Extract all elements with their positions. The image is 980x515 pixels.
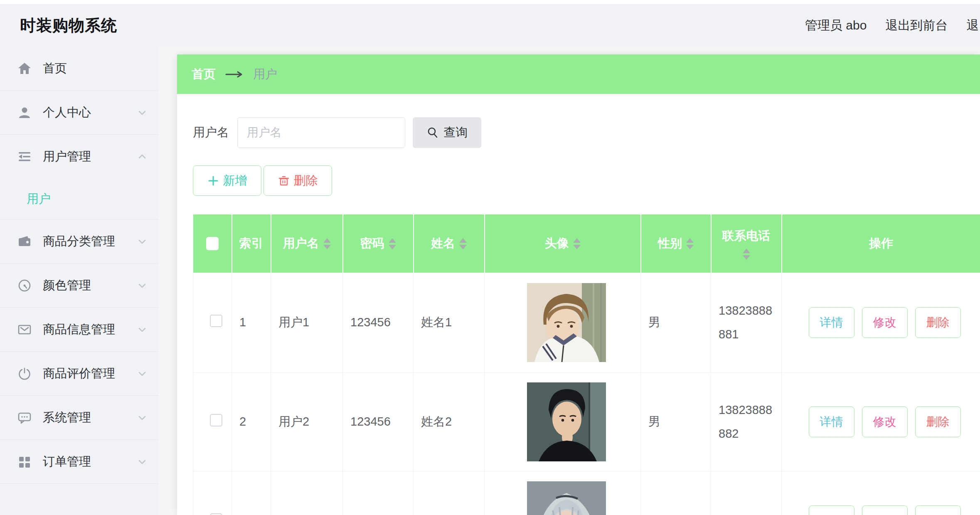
toolbar: 新增 删除 [193,165,980,196]
sort-icon[interactable] [459,238,467,249]
add-button-label: 新增 [223,172,247,189]
sidebar-item-system-management[interactable]: 系统管理 [0,396,158,440]
column-header-name[interactable]: 姓名 [414,214,485,273]
trash-icon [278,175,290,187]
column-header-gender[interactable]: 性别 [641,214,711,273]
table-row: 1 用户1 123456 姓名1 [193,273,980,372]
topbar: 时装购物系统 管理员 abo 退出到前台 退 [0,4,980,47]
sidebar: 首页 个人中心 用户管理 用户 商品分类管理 颜色管理 商品信息管理 商品评价管… [0,47,158,515]
query-button[interactable]: 查询 [413,117,481,148]
sidebar-item-home[interactable]: 首页 [0,47,158,91]
sort-icon[interactable] [389,238,396,249]
wallet-icon [17,234,32,249]
sidebar-item-review-management[interactable]: 商品评价管理 [0,352,158,396]
row-delete-button[interactable]: 删除 [915,407,961,437]
header-checkbox-cell [193,214,232,273]
row-checkbox[interactable] [210,513,222,515]
cell-password: 123456 [343,273,414,372]
breadcrumb-current: 用户 [253,66,277,83]
column-header-phone[interactable]: 联系电话 [711,214,782,273]
avatar-photo [527,283,606,362]
chevron-down-icon [137,107,148,118]
username-filter-label: 用户名 [193,124,229,141]
app-title: 时装购物系统 [20,4,117,47]
expand-icon [17,150,32,164]
avatar-photo [527,382,606,461]
sort-icon[interactable] [573,238,581,249]
breadcrumb-home[interactable]: 首页 [192,66,216,83]
edit-button[interactable] [862,505,908,515]
table-row: 13823888 [193,471,980,515]
table-header-row: 索引 用户名 密码 姓名 头像 性别 联系电话 操作 [193,214,980,273]
column-header-index: 索引 [232,214,271,273]
sidebar-item-label: 颜色管理 [43,277,91,294]
top-white-strip [0,0,980,4]
page-content: 用户名 查询 新增 删除 [177,117,980,515]
sort-icon[interactable] [686,238,694,249]
cell-username: 用户1 [271,273,343,372]
exit-to-front-link[interactable]: 退出到前台 [885,17,948,34]
chevron-down-icon [137,456,148,467]
sidebar-item-user-management[interactable]: 用户管理 [0,135,158,179]
row-delete-button[interactable] [915,505,961,515]
avatar-photo [527,481,606,515]
sidebar-item-category-management[interactable]: 商品分类管理 [0,219,158,264]
user-icon [17,106,32,120]
cell-index: 2 [232,372,271,471]
sidebar-subitem-label: 用户 [27,191,51,207]
detail-button[interactable]: 详情 [809,407,854,437]
column-header-password[interactable]: 密码 [343,214,414,273]
arrow-right-icon [225,70,244,79]
home-icon [17,62,32,76]
cell-phone: 13823888 [711,471,782,515]
search-icon [426,126,439,139]
cell-name: 姓名2 [414,372,485,471]
delete-button-label: 删除 [294,172,318,189]
chevron-down-icon [137,324,148,335]
sort-icon[interactable] [323,238,331,249]
plus-icon [207,175,219,187]
detail-button[interactable]: 详情 [809,307,854,338]
column-header-avatar[interactable]: 头像 [485,214,641,273]
delete-button[interactable]: 删除 [263,165,332,196]
sidebar-item-profile[interactable]: 个人中心 [0,91,158,135]
edit-button[interactable]: 修改 [862,407,908,437]
cell-gender: 男 [641,273,711,372]
chat-icon [17,411,32,425]
username-input[interactable] [237,117,405,148]
logout-link[interactable]: 退 [966,17,979,34]
topbar-right: 管理员 abo 退出到前台 退 [805,4,979,47]
sidebar-item-product-info-management[interactable]: 商品信息管理 [0,308,158,352]
cell-username [271,471,343,515]
sidebar-item-color-management[interactable]: 颜色管理 [0,264,158,308]
cell-password: 123456 [343,372,414,471]
message-icon [17,323,32,337]
cell-gender [641,471,711,515]
column-header-username[interactable]: 用户名 [271,214,343,273]
sidebar-item-label: 个人中心 [43,104,91,121]
row-checkbox[interactable] [210,315,222,327]
cell-name: 姓名1 [414,273,485,372]
cell-index: 1 [232,273,271,372]
sort-icon[interactable] [743,249,750,260]
cell-phone: 13823888 881 [711,273,782,372]
add-button[interactable]: 新增 [193,165,261,196]
detail-button[interactable] [809,505,854,515]
sidebar-subitem-user-active[interactable]: 用户 [0,179,158,219]
sidebar-item-label: 商品信息管理 [43,321,115,338]
admin-user-label[interactable]: 管理员 abo [805,17,867,34]
cell-index [232,471,271,515]
cell-phone: 13823888 882 [711,372,782,471]
select-all-checkbox[interactable] [206,237,219,250]
filter-row: 用户名 查询 [193,117,980,148]
edit-button[interactable]: 修改 [862,307,908,338]
cell-password [343,471,414,515]
breadcrumb: 首页 用户 [177,54,980,94]
sidebar-item-order-management[interactable]: 订单管理 [0,440,158,484]
cell-gender: 男 [641,372,711,471]
row-checkbox[interactable] [210,414,222,426]
chevron-down-icon [137,412,148,423]
column-header-actions: 操作 [782,214,980,273]
gauge-icon [17,278,32,293]
row-delete-button[interactable]: 删除 [915,307,961,338]
